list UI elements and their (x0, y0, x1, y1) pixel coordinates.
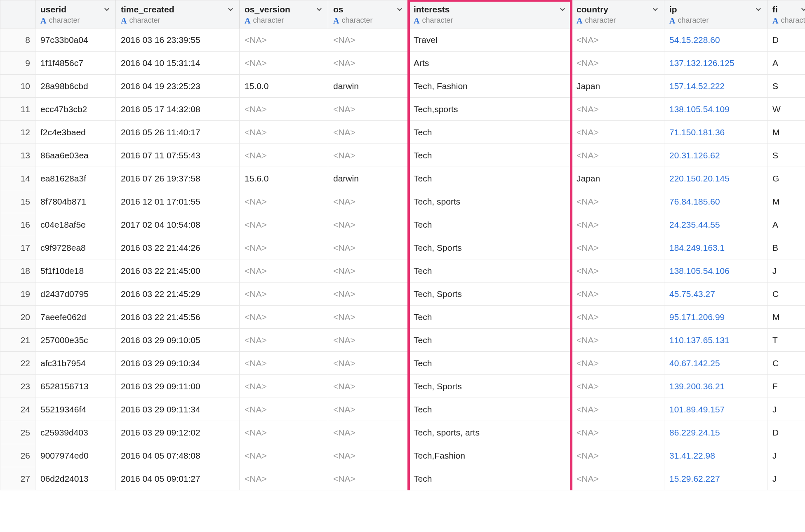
cell-os[interactable]: <NA> (328, 190, 409, 213)
cell-fi[interactable]: S (767, 75, 805, 98)
cell-interests[interactable]: Travel (409, 28, 572, 52)
cell-time_created[interactable]: 2016 05 26 11:40:17 (116, 121, 240, 144)
cell-ip[interactable]: 40.67.142.25 (664, 352, 767, 375)
cell-fi[interactable]: S (767, 144, 805, 167)
cell-time_created[interactable]: 2016 04 05 07:48:08 (116, 444, 240, 467)
cell-country[interactable]: <NA> (572, 306, 664, 329)
cell-ip[interactable]: 184.249.163.1 (664, 236, 767, 259)
cell-userid[interactable]: c25939d403 (35, 421, 116, 444)
cell-os[interactable]: <NA> (328, 282, 409, 306)
cell-fi[interactable]: B (767, 236, 805, 259)
cell-ip[interactable]: 31.41.22.98 (664, 444, 767, 467)
chevron-down-icon[interactable] (315, 6, 323, 13)
cell-ip[interactable]: 76.84.185.60 (664, 190, 767, 213)
cell-interests[interactable]: Tech (409, 352, 572, 375)
cell-os_version[interactable]: <NA> (240, 190, 328, 213)
cell-os_version[interactable]: <NA> (240, 282, 328, 306)
cell-fi[interactable]: J (767, 259, 805, 282)
table-row[interactable]: 207aeefe062d2016 03 22 21:45:56<NA><NA>T… (0, 306, 805, 329)
table-row[interactable]: 14ea81628a3f2016 07 26 19:37:5815.6.0dar… (0, 167, 805, 190)
column-header-country[interactable]: countryAcharacter (572, 0, 664, 28)
column-header-time_created[interactable]: time_createdAcharacter (116, 0, 240, 28)
cell-os_version[interactable]: <NA> (240, 375, 328, 398)
table-row[interactable]: 269007974ed02016 04 05 07:48:08<NA><NA>T… (0, 444, 805, 467)
cell-ip[interactable]: 138.105.54.106 (664, 259, 767, 282)
cell-fi[interactable]: C (767, 282, 805, 306)
cell-os_version[interactable]: <NA> (240, 52, 328, 75)
cell-interests[interactable]: Tech (409, 121, 572, 144)
cell-os[interactable]: <NA> (328, 375, 409, 398)
cell-country[interactable]: <NA> (572, 121, 664, 144)
cell-country[interactable]: <NA> (572, 375, 664, 398)
cell-interests[interactable]: Tech, sports, arts (409, 421, 572, 444)
cell-os_version[interactable]: 15.6.0 (240, 167, 328, 190)
table-row[interactable]: 25c25939d4032016 03 29 09:12:02<NA><NA>T… (0, 421, 805, 444)
cell-userid[interactable]: c04e18af5e (35, 213, 116, 236)
cell-os[interactable]: <NA> (328, 421, 409, 444)
cell-fi[interactable]: T (767, 329, 805, 352)
cell-os_version[interactable]: <NA> (240, 28, 328, 52)
cell-os[interactable]: <NA> (328, 398, 409, 421)
cell-userid[interactable]: 28a98b6cbd (35, 75, 116, 98)
cell-fi[interactable]: D (767, 421, 805, 444)
cell-interests[interactable]: Tech (409, 259, 572, 282)
cell-interests[interactable]: Tech (409, 398, 572, 421)
cell-os[interactable]: <NA> (328, 52, 409, 75)
cell-fi[interactable]: J (767, 444, 805, 467)
cell-ip[interactable]: 137.132.126.125 (664, 52, 767, 75)
cell-userid[interactable]: 97c33b0a04 (35, 28, 116, 52)
cell-country[interactable]: <NA> (572, 213, 664, 236)
cell-country[interactable]: <NA> (572, 190, 664, 213)
cell-fi[interactable]: M (767, 190, 805, 213)
cell-os_version[interactable]: <NA> (240, 306, 328, 329)
cell-os[interactable]: <NA> (328, 121, 409, 144)
chevron-down-icon[interactable] (227, 6, 234, 13)
chevron-down-icon[interactable] (559, 6, 566, 13)
cell-ip[interactable]: 138.105.54.109 (664, 98, 767, 121)
cell-country[interactable]: Japan (572, 75, 664, 98)
cell-time_created[interactable]: 2016 04 19 23:25:23 (116, 75, 240, 98)
table-row[interactable]: 1386aa6e03ea2016 07 11 07:55:43<NA><NA>T… (0, 144, 805, 167)
cell-time_created[interactable]: 2016 05 17 14:32:08 (116, 98, 240, 121)
cell-userid[interactable]: d2437d0795 (35, 282, 116, 306)
column-header-os_version[interactable]: os_versionAcharacter (240, 0, 328, 28)
cell-interests[interactable]: Tech (409, 467, 572, 490)
cell-os[interactable]: <NA> (328, 213, 409, 236)
cell-interests[interactable]: Tech (409, 329, 572, 352)
cell-userid[interactable]: 55219346f4 (35, 398, 116, 421)
cell-os[interactable]: <NA> (328, 444, 409, 467)
cell-interests[interactable]: Tech, Sports (409, 282, 572, 306)
cell-ip[interactable]: 220.150.20.145 (664, 167, 767, 190)
column-header-userid[interactable]: useridAcharacter (35, 0, 116, 28)
cell-interests[interactable]: Tech, Sports (409, 236, 572, 259)
cell-fi[interactable]: A (767, 213, 805, 236)
chevron-down-icon[interactable] (755, 6, 762, 13)
cell-userid[interactable]: 9007974ed0 (35, 444, 116, 467)
cell-country[interactable]: <NA> (572, 398, 664, 421)
cell-os_version[interactable]: <NA> (240, 467, 328, 490)
cell-country[interactable]: <NA> (572, 144, 664, 167)
cell-userid[interactable]: 06d2d24013 (35, 467, 116, 490)
cell-os[interactable]: <NA> (328, 236, 409, 259)
table-row[interactable]: 2455219346f42016 03 29 09:11:34<NA><NA>T… (0, 398, 805, 421)
cell-interests[interactable]: Arts (409, 52, 572, 75)
cell-ip[interactable]: 15.29.62.227 (664, 467, 767, 490)
cell-country[interactable]: <NA> (572, 421, 664, 444)
cell-userid[interactable]: f2c4e3baed (35, 121, 116, 144)
cell-userid[interactable]: 1f1f4856c7 (35, 52, 116, 75)
cell-os[interactable]: <NA> (328, 306, 409, 329)
cell-os[interactable]: <NA> (328, 329, 409, 352)
cell-os_version[interactable]: <NA> (240, 121, 328, 144)
cell-time_created[interactable]: 2016 03 22 21:45:29 (116, 282, 240, 306)
cell-country[interactable]: <NA> (572, 259, 664, 282)
cell-os_version[interactable]: 15.0.0 (240, 75, 328, 98)
cell-time_created[interactable]: 2016 07 11 07:55:43 (116, 144, 240, 167)
cell-fi[interactable]: G (767, 167, 805, 190)
column-header-interests[interactable]: interestsAcharacter (409, 0, 572, 28)
cell-interests[interactable]: Tech (409, 213, 572, 236)
cell-ip[interactable]: 110.137.65.131 (664, 329, 767, 352)
cell-country[interactable]: <NA> (572, 98, 664, 121)
table-row[interactable]: 185f1f10de182016 03 22 21:45:00<NA><NA>T… (0, 259, 805, 282)
cell-userid[interactable]: 257000e35c (35, 329, 116, 352)
cell-country[interactable]: Japan (572, 167, 664, 190)
